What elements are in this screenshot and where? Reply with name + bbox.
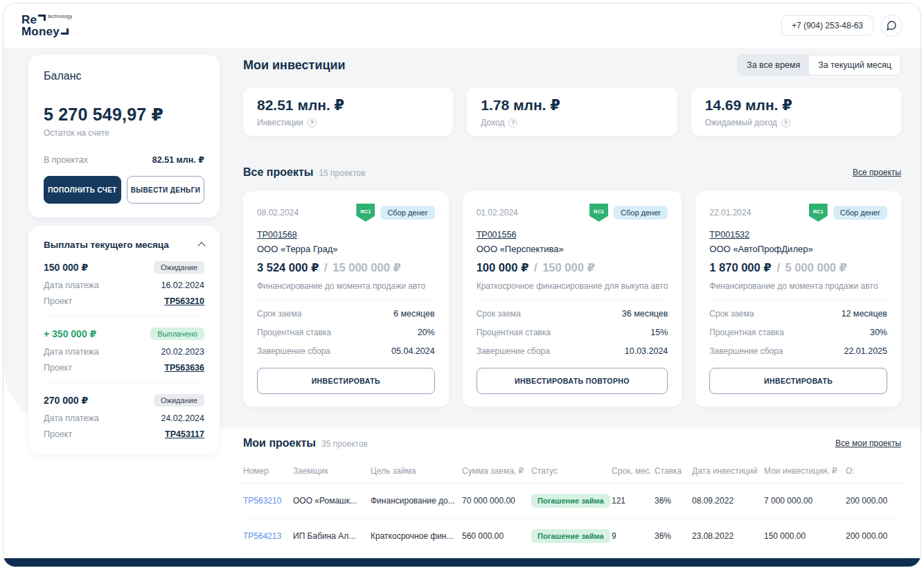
borrower-cell: ООО «Ромашк... <box>293 483 371 519</box>
invest-date-cell: 23.08.2022 <box>692 519 764 554</box>
my-projects-count: 35 проектов <box>321 439 368 449</box>
col-purpose: Цель займа <box>371 459 462 483</box>
invest-again-button[interactable]: ИНВЕСТИРОВАТЬ ПОВТОРНО <box>477 368 668 394</box>
stat-label: Ожидаемый доход <box>705 118 777 127</box>
purpose-cell: Краткосрочное фин... <box>371 519 462 554</box>
project-id-link[interactable]: TP001556 <box>477 230 517 240</box>
payout-project-link[interactable]: TP563210 <box>164 296 204 306</box>
col-amount: Сумма заема, ₽ <box>462 459 531 483</box>
chevron-up-icon[interactable] <box>197 242 205 249</box>
col-expected: О: <box>846 459 901 483</box>
investments-title: Мои инвестиции <box>243 58 346 73</box>
col-invest-date: Дата инвестиций <box>692 459 764 483</box>
rate-value: 15% <box>650 328 668 337</box>
header-actions: +7 (904) 253-48-63 <box>781 15 903 37</box>
project-date: 22.01.2024 <box>709 208 751 217</box>
project-number-link[interactable]: TP545678 <box>243 567 281 567</box>
term-value: 6 месяцев <box>393 309 435 319</box>
withdraw-button[interactable]: ВЫВЕСТИ ДЕНЬГИ <box>127 176 204 204</box>
stat-value: 1.78 млн. ₽ <box>481 97 663 114</box>
risk-shield-icon: RC1 <box>356 204 375 222</box>
logo-bracket-icon <box>61 28 69 35</box>
invest-button[interactable]: ИНВЕСТИРОВАТЬ <box>257 368 435 394</box>
payout-amount: + 350 000 ₽ <box>44 328 96 339</box>
amount-separator: / <box>776 261 780 274</box>
project-id-link[interactable]: TP001568 <box>257 230 297 240</box>
payout-status-badge: Ожидание <box>154 261 204 274</box>
help-icon[interactable]: ? <box>781 118 790 127</box>
amount-cell: 560 000.00 <box>462 519 531 554</box>
project-date: 01.02.2024 <box>477 208 518 217</box>
my-projects-link[interactable]: Все мои проекты <box>835 438 901 448</box>
payouts-card: Выплаты текущего месяца 150 000 ₽ Ожидан… <box>28 226 220 454</box>
stage-badge: Сбор денег <box>614 206 668 220</box>
all-projects-link[interactable]: Все проекты <box>853 168 901 177</box>
rate-value: 30% <box>870 328 887 337</box>
payout-date: 24.02.2024 <box>161 413 204 423</box>
end-label: Завершение сбора <box>709 346 783 356</box>
raised-amount: 1 870 000 ₽ <box>709 261 771 274</box>
all-projects-title: Все проекты <box>243 166 313 179</box>
phone-button[interactable]: +7 (904) 253-48-63 <box>781 15 873 36</box>
balance-subtitle: Остаток на счете <box>44 128 204 138</box>
col-borrower: Заемщик <box>293 459 371 483</box>
project-cards: 08.02.2024 RC1 Сбор денег TP001568 ООО «… <box>243 191 901 407</box>
help-icon[interactable]: ? <box>308 118 317 127</box>
stat-card-expected-income: 14.69 млн. ₽ Ожидаемый доход ? <box>691 87 901 136</box>
stat-value: 82.51 млн. ₽ <box>257 97 439 114</box>
in-projects-value: 82.51 млн. ₽ <box>152 154 204 165</box>
project-id-link[interactable]: TP001532 <box>709 230 749 240</box>
rate-cell: 36% <box>655 483 692 519</box>
all-projects-count: 15 проектов <box>319 168 365 178</box>
amount-separator: / <box>324 261 328 274</box>
invest-button[interactable]: ИНВЕСТИРОВАТЬ <box>709 368 887 394</box>
logo[interactable]: Re technology Money <box>21 14 73 37</box>
payout-item: 270 000 ₽ Ожидание Дата платежа 24.02.20… <box>44 383 204 449</box>
my-investment-cell: 7 000 000.00 <box>764 483 846 519</box>
payout-status-badge: Ожидание <box>154 394 204 407</box>
chat-button[interactable] <box>880 15 903 37</box>
end-label: Завершение сбора <box>257 346 330 356</box>
expected-cell: 200 000.00 <box>846 519 901 554</box>
payout-project-link[interactable]: TP453117 <box>165 429 204 439</box>
payout-amount: 150 000 ₽ <box>44 262 88 273</box>
my-projects-table: Номер Заемщик Цель займа Сумма заема, ₽ … <box>243 459 901 567</box>
raised-amount: 3 524 000 ₽ <box>257 261 319 274</box>
balance-card: Баланс 5 270 549,97 ₽ Остаток на счете В… <box>28 55 220 217</box>
payout-project-link[interactable]: TP563636 <box>164 363 204 373</box>
project-number-link[interactable]: TP563210 <box>243 496 281 506</box>
amount-cell: 70 000 000.00 <box>462 483 531 519</box>
project-card: 08.02.2024 RC1 Сбор денег TP001568 ООО «… <box>243 191 449 407</box>
term-label: Срок заема <box>257 309 301 319</box>
bottom-bar <box>3 558 921 567</box>
payouts-header[interactable]: Выплаты текущего месяца <box>44 240 204 250</box>
filter-current-month-button[interactable]: За текущий месяц <box>809 55 900 75</box>
payout-date-label: Дата платежа <box>44 280 99 290</box>
payout-date: 20.02.2023 <box>161 347 204 357</box>
project-card: 22.01.2024 RC1 Сбор денег TP001532 ООО «… <box>695 191 901 407</box>
table-row: TP564213 ИП Бабина Ал... Краткосрочное ф… <box>243 519 901 554</box>
raised-amount: 100 000 ₽ <box>477 261 529 274</box>
project-description: Финансирование до момента продажи авто <box>709 281 887 300</box>
end-label: Завершение сбора <box>477 346 550 356</box>
end-value: 05.04.2024 <box>391 346 435 356</box>
top-header: Re technology Money +7 (904) 253-48-63 <box>3 3 921 48</box>
company-name: ООО «Терра Град» <box>257 244 435 254</box>
stage-badge: Сбор денег <box>380 206 434 220</box>
filter-all-time-button[interactable]: За все время <box>738 55 809 75</box>
payout-amount: 270 000 ₽ <box>44 395 88 406</box>
rate-label: Процентная ставка <box>257 328 331 337</box>
project-date: 08.02.2024 <box>257 208 299 217</box>
topup-button[interactable]: ПОПОЛНИТЬ СЧЕТ <box>44 176 121 204</box>
stats-row: 82.51 млн. ₽ Инвестиции ? 1.78 млн. ₽ До… <box>243 87 901 136</box>
risk-shield-icon: RC1 <box>809 204 828 222</box>
goal-amount: 15 000 000 ₽ <box>332 261 401 274</box>
purpose-cell: Финансирование до... <box>371 483 462 519</box>
table-row: TP563210 ООО «Ромашк... Финансирование д… <box>243 483 901 519</box>
term-value: 36 месяцев <box>622 309 668 319</box>
stat-card-income: 1.78 млн. ₽ Доход ? <box>467 87 677 136</box>
end-value: 22.01.2025 <box>844 346 887 356</box>
help-icon[interactable]: ? <box>508 118 517 127</box>
logo-text-re: Re <box>21 14 37 26</box>
project-number-link[interactable]: TP564213 <box>243 531 281 541</box>
